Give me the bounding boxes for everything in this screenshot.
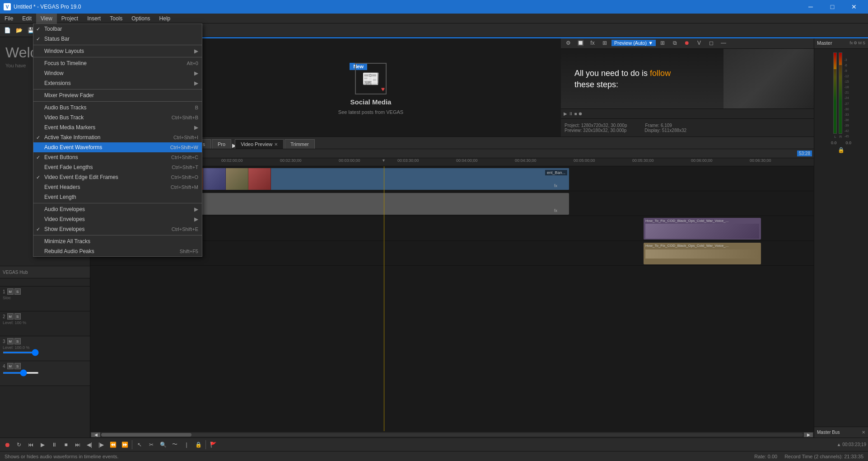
menu-edit[interactable]: Edit [18, 14, 36, 24]
lock-pb-btn[interactable]: 🔒 [193, 439, 204, 450]
preview-grid-btn[interactable]: ⊞ [657, 38, 668, 48]
open-btn[interactable]: 📂 [14, 25, 24, 36]
sep-5 [33, 203, 202, 203]
pause-btn[interactable]: ⏸ [49, 439, 60, 450]
menu-file[interactable]: File [0, 14, 18, 24]
vu-meters: L R -3 -6 -9 -12 -15 [833, 52, 849, 139]
maximize-button[interactable]: □ [822, 0, 843, 14]
menu-item-show-envelopes[interactable]: Show Envelopes Ctrl+Shift+E [33, 224, 202, 234]
track-3-solo[interactable]: S [14, 338, 21, 344]
menu-item-event-fade-lengths[interactable]: Event Fade Lengths Ctrl+Shift+T [33, 162, 202, 172]
track-1-fx-btn[interactable]: fx [554, 183, 557, 188]
track-3-volume[interactable] [3, 352, 39, 353]
preview-rec-btn[interactable]: ⏺ [681, 38, 692, 48]
menu-item-event-buttons[interactable]: Event Buttons Ctrl+Shift+C [33, 152, 202, 162]
master-s-btn[interactable]: S [863, 41, 865, 45]
menu-insert[interactable]: Insert [83, 14, 105, 24]
preview-fx-btn[interactable]: fx [587, 38, 598, 48]
menu-item-active-take[interactable]: Active Take Information Ctrl+Shift+I [33, 132, 202, 142]
prev-marker-btn[interactable]: ◀| [84, 439, 95, 450]
loop-btn[interactable]: ↻ [14, 439, 24, 450]
select-btn[interactable]: ↖ [134, 439, 145, 450]
preview-mode[interactable]: Preview (Auto) ▼ [611, 40, 656, 46]
master-fx-icon[interactable]: fx [849, 41, 853, 45]
menu-item-focus-timeline[interactable]: Focus to Timeline Alt+0 [33, 58, 202, 68]
play-from-start-btn[interactable]: ⏮ [25, 439, 36, 450]
track-3-mute[interactable]: M [7, 338, 14, 344]
menu-item-extensions[interactable]: Extensions ▶ [33, 78, 202, 88]
scroll-thumb[interactable] [101, 433, 191, 437]
menu-item-mixer-fader[interactable]: Mixer Preview Fader [33, 90, 202, 100]
track-3-ms: M S [7, 338, 21, 344]
toolbar-label: Toolbar [44, 26, 62, 32]
menu-item-audio-bus[interactable]: Audio Bus Tracks B [33, 103, 202, 113]
heart-icon: ♥ [381, 85, 385, 93]
menu-view[interactable]: View [36, 14, 57, 24]
master-bus-close[interactable]: ✕ [862, 430, 865, 435]
next-marker-btn[interactable]: |▶ [96, 439, 107, 450]
menu-item-statusbar[interactable]: Status Bar [33, 34, 202, 44]
thumb-rest [271, 168, 569, 190]
zoom-btn[interactable]: 🔍 [158, 439, 168, 450]
stop-btn[interactable]: ■ [61, 439, 71, 450]
track-2-solo[interactable]: S [14, 313, 21, 320]
tab-pro[interactable]: Pro [212, 139, 231, 149]
rebuild-audio-label: Rebuild Audio Peaks [44, 248, 94, 254]
ff-btn[interactable]: ⏩ [119, 439, 130, 450]
new-btn[interactable]: 📄 [2, 25, 13, 36]
go-end-btn[interactable]: ⏭ [72, 439, 83, 450]
menu-item-video-bus[interactable]: Video Bus Track Ctrl+Shift+B [33, 113, 202, 122]
preview-btn9[interactable]: ◻ [706, 38, 717, 48]
scroll-left[interactable]: ◀ [91, 433, 100, 437]
track-1-mute[interactable]: M [7, 288, 14, 295]
scroll-track[interactable] [101, 433, 803, 437]
preview-btn4[interactable]: ⊞ [599, 38, 610, 48]
record-btn[interactable]: ⏺ [2, 439, 13, 450]
scroll-right[interactable]: ▶ [804, 433, 813, 437]
menu-item-audio-envelopes[interactable]: Audio Envelopes ▶ [33, 204, 202, 214]
close-button[interactable]: ✕ [844, 0, 864, 14]
menu-project[interactable]: Project [57, 14, 83, 24]
tab-trimmer[interactable]: Trimmer [285, 139, 315, 149]
flag-btn[interactable]: 🚩 [208, 439, 219, 450]
menu-item-event-headers[interactable]: Event Headers Ctrl+Shift+M [33, 182, 202, 192]
menu-item-rebuild-audio[interactable]: Rebuild Audio Peaks Shift+F5 [33, 246, 202, 256]
track-2-mute[interactable]: M [7, 313, 14, 320]
tab-video-preview-close[interactable]: ✕ [274, 142, 278, 147]
menu-options[interactable]: Options [127, 14, 154, 24]
track-4-mute[interactable]: M [7, 363, 14, 369]
track-2-fx-btn[interactable]: fx [554, 208, 557, 213]
menu-item-event-length[interactable]: Event Length [33, 192, 202, 202]
preview-settings-btn[interactable]: ⚙ [563, 38, 574, 48]
menu-item-audio-event-waveforms[interactable]: Audio Event Waveforms Ctrl+Shift+W [33, 142, 202, 152]
preview-copy-btn[interactable]: ⧉ [669, 38, 680, 48]
view-dropdown-menu[interactable]: Toolbar Status Bar Window Layouts ▶ Focu… [33, 24, 202, 257]
track-4-solo[interactable]: S [14, 363, 21, 369]
menu-item-window-layouts[interactable]: Window Layouts ▶ [33, 46, 202, 56]
play-btn[interactable]: ▶ [37, 439, 48, 450]
menu-item-event-media-markers[interactable]: Event Media Markers ▶ [33, 122, 202, 132]
preview-btn8[interactable]: V [694, 38, 705, 48]
menu-help[interactable]: Help [155, 14, 175, 24]
rewind-btn[interactable]: ⏪ [107, 439, 118, 450]
preview-btn10[interactable]: — [718, 38, 729, 48]
minimize-button[interactable]: ─ [800, 0, 821, 14]
marker-btn[interactable]: | [181, 439, 192, 450]
db-12: -12 [844, 75, 849, 78]
menu-tools[interactable]: Tools [105, 14, 127, 24]
menu-item-minimize-tracks[interactable]: Minimize All Tracks [33, 236, 202, 246]
master-m-btn[interactable]: M [858, 41, 862, 45]
master-gear-icon[interactable]: ⚙ [854, 41, 857, 45]
menu-item-video-envelopes[interactable]: Video Envelopes ▶ [33, 214, 202, 224]
envelope-btn[interactable]: 〜 [169, 439, 180, 450]
edit-btn[interactable]: ✂ [146, 439, 157, 450]
menu-item-window[interactable]: Window ▶ [33, 68, 202, 78]
menu-item-toolbar[interactable]: Toolbar [33, 24, 202, 34]
tab-video-preview[interactable]: Video Preview ✕ [235, 139, 284, 149]
track-1-solo[interactable]: S [14, 288, 21, 295]
preview-btn2[interactable]: 🔲 [575, 38, 586, 48]
preview-mode-label: Preview (Auto) [614, 40, 647, 46]
timeline-scrollbar[interactable]: ◀ ▶ [90, 431, 814, 437]
track-4-volume[interactable] [3, 372, 39, 374]
menu-item-video-event-edge[interactable]: Video Event Edge Edit Frames Ctrl+Shift+… [33, 172, 202, 182]
